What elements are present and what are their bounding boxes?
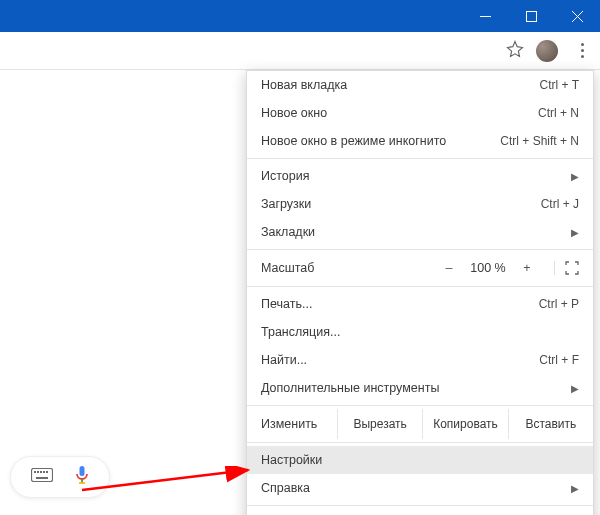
menu-item-incognito[interactable]: Новое окно в режиме инкогнито Ctrl + Shi… [247, 127, 593, 155]
menu-label: Справка [261, 481, 310, 495]
window-close-button[interactable] [554, 0, 600, 32]
edit-cut-button[interactable]: Вырезать [337, 409, 422, 439]
menu-item-exit[interactable]: Выход [247, 509, 593, 515]
browser-toolbar [0, 32, 600, 70]
menu-item-bookmarks[interactable]: Закладки ▶ [247, 218, 593, 246]
chevron-right-icon: ▶ [571, 227, 579, 238]
zoom-out-button[interactable]: – [438, 261, 460, 275]
keyboard-icon[interactable] [31, 468, 53, 486]
menu-separator [247, 442, 593, 443]
svg-rect-4 [32, 469, 53, 482]
microphone-icon[interactable] [75, 466, 89, 489]
edit-label: Изменить [247, 409, 337, 439]
menu-label: Закладки [261, 225, 315, 239]
window-minimize-button[interactable] [462, 0, 508, 32]
menu-label: Найти... [261, 353, 307, 367]
menu-item-zoom: Масштаб – 100 % + [247, 253, 593, 283]
menu-label: Печать... [261, 297, 312, 311]
menu-label: Трансляция... [261, 325, 340, 339]
svg-rect-5 [34, 471, 36, 473]
menu-item-new-tab[interactable]: Новая вкладка Ctrl + T [247, 71, 593, 99]
menu-label: История [261, 169, 309, 183]
menu-item-help[interactable]: Справка ▶ [247, 474, 593, 502]
profile-avatar-icon[interactable] [536, 40, 558, 62]
menu-separator [247, 286, 593, 287]
menu-shortcut: Ctrl + T [540, 78, 579, 92]
window-maximize-button[interactable] [508, 0, 554, 32]
chevron-right-icon: ▶ [571, 171, 579, 182]
search-box-fragment[interactable] [10, 456, 110, 498]
menu-label: Новая вкладка [261, 78, 347, 92]
menu-item-more-tools[interactable]: Дополнительные инструменты ▶ [247, 374, 593, 402]
menu-item-find[interactable]: Найти... Ctrl + F [247, 346, 593, 374]
svg-rect-1 [526, 11, 536, 21]
menu-shortcut: Ctrl + P [539, 297, 579, 311]
menu-item-history[interactable]: История ▶ [247, 162, 593, 190]
menu-item-settings[interactable]: Настройки [247, 446, 593, 474]
bookmark-star-icon[interactable] [506, 40, 524, 61]
menu-label: Дополнительные инструменты [261, 381, 439, 395]
menu-item-print[interactable]: Печать... Ctrl + P [247, 290, 593, 318]
page-content: Новая вкладка Ctrl + T Новое окно Ctrl +… [0, 70, 600, 515]
menu-shortcut: Ctrl + F [539, 353, 579, 367]
chevron-right-icon: ▶ [571, 483, 579, 494]
menu-label: Загрузки [261, 197, 311, 211]
menu-item-cast[interactable]: Трансляция... [247, 318, 593, 346]
fullscreen-icon[interactable] [554, 261, 579, 275]
menu-item-new-window[interactable]: Новое окно Ctrl + N [247, 99, 593, 127]
menu-separator [247, 505, 593, 506]
svg-rect-6 [37, 471, 39, 473]
window-titlebar [0, 0, 600, 32]
svg-rect-11 [80, 466, 85, 476]
svg-rect-8 [43, 471, 45, 473]
chevron-right-icon: ▶ [571, 383, 579, 394]
svg-rect-10 [36, 477, 48, 479]
menu-label: Настройки [261, 453, 322, 467]
zoom-value: 100 % [466, 261, 510, 275]
menu-separator [247, 405, 593, 406]
svg-rect-9 [46, 471, 48, 473]
menu-shortcut: Ctrl + N [538, 106, 579, 120]
menu-separator [247, 249, 593, 250]
more-menu-button[interactable] [570, 43, 594, 58]
menu-item-downloads[interactable]: Загрузки Ctrl + J [247, 190, 593, 218]
edit-paste-button[interactable]: Вставить [508, 409, 593, 439]
menu-label: Новое окно в режиме инкогнито [261, 134, 446, 148]
menu-shortcut: Ctrl + Shift + N [500, 134, 579, 148]
menu-label: Новое окно [261, 106, 327, 120]
zoom-label: Масштаб [261, 261, 438, 275]
menu-separator [247, 158, 593, 159]
edit-copy-button[interactable]: Копировать [422, 409, 507, 439]
svg-rect-7 [40, 471, 42, 473]
zoom-in-button[interactable]: + [516, 261, 538, 275]
menu-item-edit-row: Изменить Вырезать Копировать Вставить [247, 409, 593, 439]
menu-shortcut: Ctrl + J [541, 197, 579, 211]
browser-menu: Новая вкладка Ctrl + T Новое окно Ctrl +… [246, 70, 594, 515]
